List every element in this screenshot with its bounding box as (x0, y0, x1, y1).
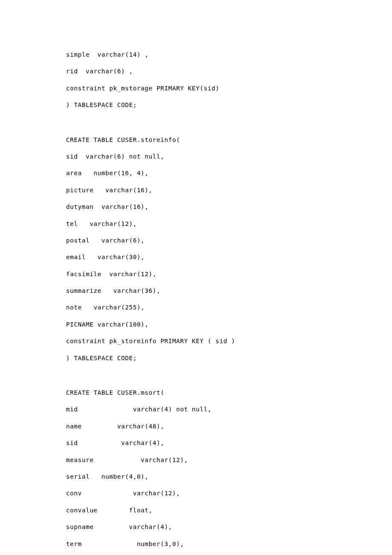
code-line: dutyman varchar(16), (66, 203, 326, 211)
code-line: area number(16, 4), (66, 170, 326, 177)
code-line: measure varchar(12), (66, 457, 326, 464)
blank-line (66, 119, 326, 127)
code-line: tel varchar(12), (66, 220, 326, 228)
code-line: facsimile varchar(12), (66, 271, 326, 278)
code-line: rid varchar(6) , (66, 68, 326, 75)
document-page: simple varchar(14) , rid varchar(6) , co… (0, 0, 392, 555)
code-line: constraint pk_mstorage PRIMARY KEY(sid) (66, 85, 326, 92)
code-line: postal varchar(6), (66, 237, 326, 244)
code-line: serial number(4,0), (66, 473, 326, 480)
blank-line (66, 371, 326, 380)
code-line: ) TABLESPACE CODE; (66, 355, 326, 362)
code-line: sid varchar(4), (66, 439, 326, 447)
code-line: CREATE TABLE CUSER.msort( (66, 389, 326, 396)
code-line: simple varchar(14) , (66, 51, 326, 58)
code-line: supname varchar(4), (66, 523, 326, 531)
code-line: note varchar(255), (66, 304, 326, 311)
code-line: convalue float, (66, 507, 326, 514)
code-line: summarize varchar(36), (66, 287, 326, 295)
code-line: conv varchar(12), (66, 490, 326, 497)
code-line: constraint pk_storeinfo PRIMARY KEY ( si… (66, 338, 326, 345)
code-line: ) TABLESPACE CODE; (66, 101, 326, 109)
code-line: mid varchar(4) not null, (66, 406, 326, 413)
code-line: term number(3,0), (66, 541, 326, 548)
code-line: picture varchar(16), (66, 187, 326, 194)
code-line: name varchar(48), (66, 423, 326, 430)
code-line: sid varchar(6) not null, (66, 153, 326, 160)
code-line: email varchar(30), (66, 254, 326, 261)
code-line: PICNAME varchar(100), (66, 321, 326, 328)
code-line: CREATE TABLE CUSER.storeinfo( (66, 136, 326, 144)
